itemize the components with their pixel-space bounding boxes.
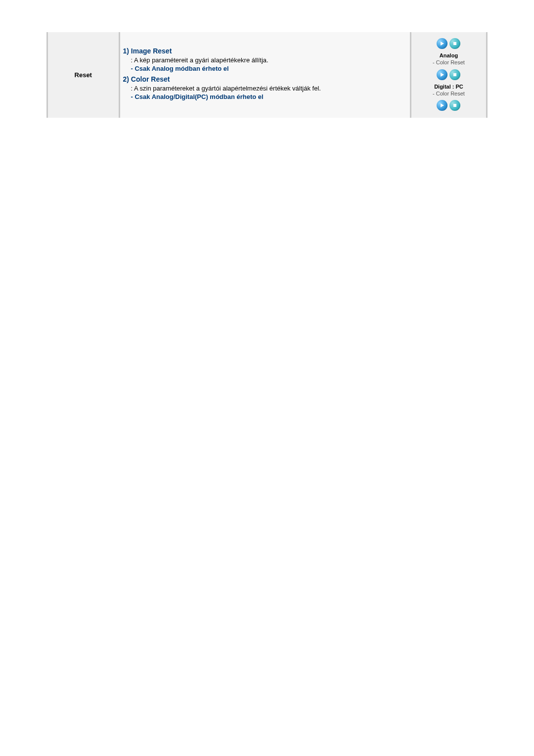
reset-item-color: 2) Color Reset : A szin paramétereket a …	[123, 75, 407, 101]
item-note: - Csak Analog módban érheto el	[131, 64, 407, 73]
svg-marker-4	[441, 103, 444, 107]
item-note: - Csak Analog/Digital(PC) módban érheto …	[131, 93, 407, 101]
side-subtitle: - Color Reset	[414, 59, 483, 66]
side-block-analog: Analog - Color Reset	[414, 52, 483, 66]
play-icon[interactable]	[437, 38, 447, 49]
item-description: : A kép paramétereit a gyári alapértékek…	[131, 56, 407, 65]
reset-table: Reset 1) Image Reset : A kép paraméterei…	[46, 32, 488, 118]
side-block-bottom-icons	[414, 100, 483, 111]
svg-rect-3	[453, 73, 456, 76]
side-subtitle: - Color Reset	[414, 90, 483, 97]
play-icon[interactable]	[437, 100, 447, 111]
row-label-cell: Reset	[47, 32, 120, 118]
table-row: Reset 1) Image Reset : A kép paraméterei…	[47, 32, 487, 118]
side-title: Digital : PC	[414, 83, 483, 90]
svg-marker-0	[441, 42, 444, 46]
side-title: Analog	[414, 52, 483, 59]
stop-icon[interactable]	[449, 38, 460, 49]
item-title: 1) Image Reset	[123, 47, 407, 55]
row-label: Reset	[75, 71, 92, 79]
side-block-top-icons	[414, 38, 483, 49]
row-description-cell: 1) Image Reset : A kép paramétereit a gy…	[119, 32, 410, 118]
stop-icon[interactable]	[449, 69, 460, 80]
svg-rect-5	[453, 104, 456, 107]
side-block-digital: Digital : PC - Color Reset	[414, 83, 483, 97]
item-title: 2) Color Reset	[123, 75, 407, 83]
reset-item-image: 1) Image Reset : A kép paramétereit a gy…	[123, 47, 407, 73]
svg-marker-2	[441, 73, 444, 77]
stop-icon[interactable]	[449, 100, 460, 111]
side-block-mid-icons	[414, 69, 483, 80]
play-icon[interactable]	[437, 69, 447, 80]
row-side-cell: Analog - Color Reset Digital : PC	[410, 32, 487, 118]
item-description: : A szin paramétereket a gyártói alapért…	[131, 84, 407, 93]
svg-rect-1	[453, 42, 456, 45]
